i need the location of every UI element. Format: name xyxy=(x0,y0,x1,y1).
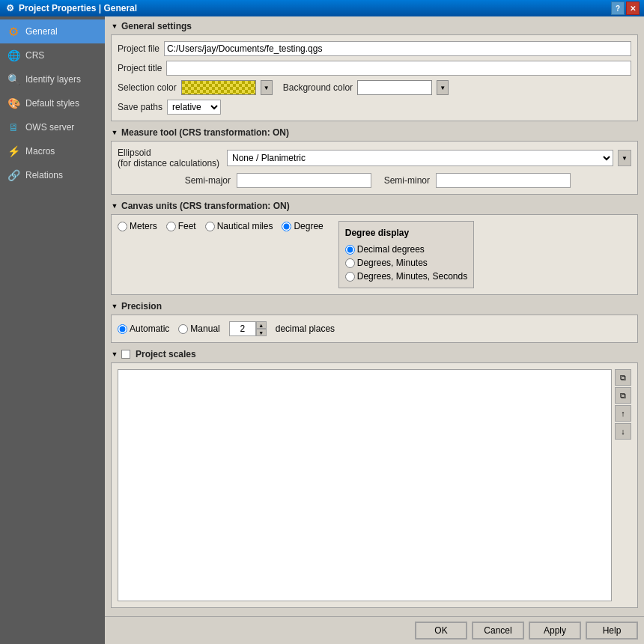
measure-tool-body: Ellipsoid(for distance calculations) Non… xyxy=(111,141,638,195)
project-scales-title: Project scales xyxy=(136,349,196,359)
general-settings-title: General settings xyxy=(121,21,192,31)
scales-buttons: ⧉ ⧉ ↑ ↓ xyxy=(615,369,631,601)
apply-button[interactable]: Apply xyxy=(529,622,581,640)
radio-automatic-label: Automatic xyxy=(130,323,169,334)
title-controls: ? ✕ xyxy=(611,1,640,15)
radio-decimal-input[interactable] xyxy=(345,245,355,255)
close-btn[interactable]: ✕ xyxy=(626,1,640,15)
crs-icon: 🌐 xyxy=(6,48,21,63)
scales-paste-btn[interactable]: ⧉ xyxy=(615,387,631,404)
radio-degree[interactable]: Degree xyxy=(282,221,323,231)
form-content: ▼ General settings Project file Project … xyxy=(105,16,644,616)
general-settings-header[interactable]: ▼ General settings xyxy=(111,21,638,31)
precision-body: Automatic Manual ▲ ▼ xyxy=(111,315,638,343)
project-file-input[interactable] xyxy=(164,41,631,56)
scales-copy-btn[interactable]: ⧉ xyxy=(615,369,631,386)
sidebar-item-ows-server[interactable]: 🖥 OWS server xyxy=(0,115,105,139)
sidebar-item-identify-layers[interactable]: 🔍 Identify layers xyxy=(0,67,105,91)
scales-export-btn[interactable]: ↑ xyxy=(615,405,631,422)
spin-up-btn[interactable]: ▲ xyxy=(256,321,267,329)
project-file-row: Project file xyxy=(118,41,631,56)
sidebar-label-ows: OWS server xyxy=(25,122,74,133)
background-color-dropdown[interactable]: ▼ xyxy=(437,80,449,95)
project-scales-checkbox[interactable] xyxy=(121,350,130,359)
general-settings-body: Project file Project title Selection col… xyxy=(111,34,638,121)
radio-decimal-label: Decimal degrees xyxy=(357,244,425,255)
selection-color-dropdown[interactable]: ▼ xyxy=(261,80,273,95)
save-paths-row: Save paths relative absolute xyxy=(118,100,631,115)
project-title-input[interactable] xyxy=(166,61,631,76)
sidebar-label-default-styles: Default styles xyxy=(25,98,79,109)
ellipsoid-select[interactable]: None / Planimetric xyxy=(227,150,613,166)
bottom-bar: OK Cancel Apply Help xyxy=(105,616,644,644)
radio-feet[interactable]: Feet xyxy=(166,221,196,231)
project-title-label: Project title xyxy=(118,63,162,73)
radio-decimal[interactable]: Decimal degrees xyxy=(345,244,467,255)
relations-icon: 🔗 xyxy=(6,168,21,183)
radio-automatic[interactable]: Automatic xyxy=(118,323,169,334)
canvas-units-title: Canvas units (CRS transformation: ON) xyxy=(121,201,290,211)
sidebar-item-macros[interactable]: ⚡ Macros xyxy=(0,139,105,163)
identify-icon: 🔍 xyxy=(6,72,21,87)
sidebar: ⚙ General 🌐 CRS 🔍 Identify layers 🎨 Defa… xyxy=(0,16,105,644)
sidebar-item-crs[interactable]: 🌐 CRS xyxy=(0,43,105,67)
radio-automatic-input[interactable] xyxy=(118,324,127,334)
selection-color-label: Selection color xyxy=(118,82,177,93)
scales-list[interactable] xyxy=(118,369,612,601)
scales-import-btn[interactable]: ↓ xyxy=(615,423,631,440)
cancel-button[interactable]: Cancel xyxy=(472,622,524,640)
project-title-row: Project title xyxy=(118,61,631,76)
canvas-left: Meters Feet Nautical miles xyxy=(118,221,323,288)
scales-body: ⧉ ⧉ ↑ ↓ xyxy=(118,369,631,601)
spin-container: ▲ ▼ xyxy=(229,321,267,336)
sidebar-item-general[interactable]: ⚙ General xyxy=(0,19,105,43)
radio-degree-input[interactable] xyxy=(282,222,291,231)
content-area: ▼ General settings Project file Project … xyxy=(105,16,644,644)
measure-tool-section: ▼ Measure tool (CRS transformation: ON) … xyxy=(111,127,638,195)
canvas-units-header[interactable]: ▼ Canvas units (CRS transformation: ON) xyxy=(111,201,638,211)
radio-nautical[interactable]: Nautical miles xyxy=(205,221,273,231)
radio-deg-min[interactable]: Degrees, Minutes xyxy=(345,258,467,268)
radio-feet-input[interactable] xyxy=(166,222,176,231)
semi-major-input[interactable] xyxy=(237,173,371,188)
radio-meters-label: Meters xyxy=(130,221,157,231)
save-paths-select[interactable]: relative absolute xyxy=(167,100,221,115)
ellipsoid-dropdown-btn[interactable]: ▼ xyxy=(618,150,631,166)
decimal-places-label: decimal places xyxy=(276,323,335,334)
radio-deg-min-sec-input[interactable] xyxy=(345,272,355,282)
background-color-swatch[interactable] xyxy=(357,80,432,95)
ows-icon: 🖥 xyxy=(6,120,21,135)
sidebar-label-general: General xyxy=(25,26,58,37)
sidebar-item-default-styles[interactable]: 🎨 Default styles xyxy=(0,91,105,115)
radio-meters[interactable]: Meters xyxy=(118,221,157,231)
radio-deg-min-sec[interactable]: Degrees, Minutes, Seconds xyxy=(345,271,467,282)
project-file-label: Project file xyxy=(118,43,160,54)
colors-row: Selection color ▼ Background color ▼ xyxy=(118,80,631,95)
help-title-btn[interactable]: ? xyxy=(611,1,625,15)
spin-down-btn[interactable]: ▼ xyxy=(256,329,267,336)
radio-deg-min-input[interactable] xyxy=(345,258,355,268)
canvas-body: Meters Feet Nautical miles xyxy=(118,221,631,288)
precision-options: Automatic Manual ▲ ▼ xyxy=(118,321,631,336)
semi-minor-input[interactable] xyxy=(436,173,571,188)
radio-deg-min-sec-label: Degrees, Minutes, Seconds xyxy=(357,271,467,282)
selection-color-swatch[interactable] xyxy=(181,80,256,95)
sidebar-label-relations: Relations xyxy=(25,170,63,180)
sidebar-item-relations[interactable]: 🔗 Relations xyxy=(0,163,105,187)
measure-tool-header[interactable]: ▼ Measure tool (CRS transformation: ON) xyxy=(111,127,638,138)
spin-buttons: ▲ ▼ xyxy=(256,321,267,336)
general-icon: ⚙ xyxy=(6,24,21,39)
decimal-places-input[interactable] xyxy=(229,321,256,336)
radio-manual-input[interactable] xyxy=(178,324,188,334)
help-button[interactable]: Help xyxy=(586,622,638,640)
sidebar-label-crs: CRS xyxy=(25,50,44,61)
ok-button[interactable]: OK xyxy=(415,622,467,640)
radio-nautical-input[interactable] xyxy=(205,222,215,231)
project-scales-header[interactable]: ▼ Project scales xyxy=(111,349,638,359)
ellipsoid-label: Ellipsoid(for distance calculations) xyxy=(118,148,222,168)
radio-meters-input[interactable] xyxy=(118,222,127,231)
radio-manual[interactable]: Manual xyxy=(178,323,219,334)
canvas-units-radio-row: Meters Feet Nautical miles xyxy=(118,221,323,231)
general-settings-triangle: ▼ xyxy=(111,22,118,30)
precision-header[interactable]: ▼ Precision xyxy=(111,301,638,312)
